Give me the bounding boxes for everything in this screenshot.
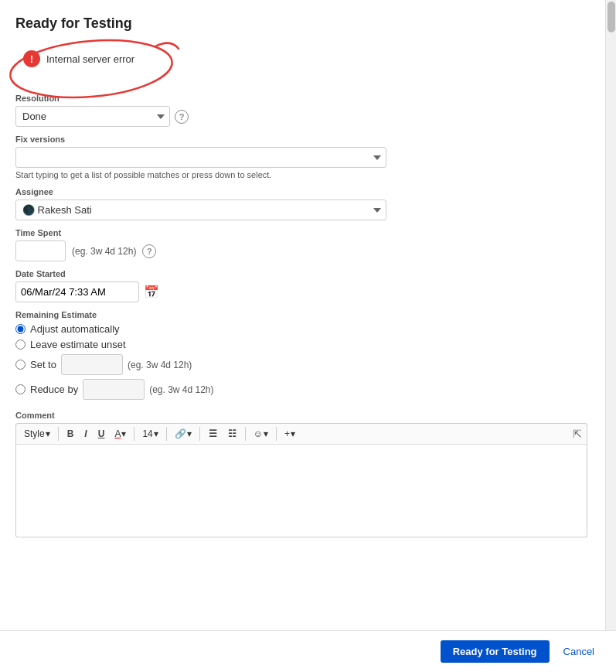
leave-unset-label[interactable]: Leave estimate unset	[30, 339, 126, 350]
adjust-auto-label[interactable]: Adjust automatically	[30, 323, 120, 335]
footer-spacer	[15, 537, 587, 584]
fix-versions-label: Fix versions	[15, 135, 587, 144]
font-size-dropdown[interactable]: 14 ▾	[139, 427, 161, 441]
error-banner-wrapper: ! Internal server error	[15, 46, 142, 72]
remaining-estimate-group: Remaining Estimate Adjust automatically …	[15, 310, 587, 400]
set-to-label[interactable]: Set to	[30, 359, 56, 370]
font-size-label: 14	[142, 428, 152, 439]
date-started-label: Date Started	[15, 269, 587, 278]
link-icon: 🔗	[175, 428, 186, 439]
link-dropdown[interactable]: 🔗 ▾	[172, 427, 195, 441]
time-spent-input[interactable]	[15, 240, 66, 261]
reduce-by-label[interactable]: Reduce by	[30, 384, 78, 395]
emoji-chevron-icon: ▾	[264, 428, 268, 439]
assignee-wrapper: 🌑 Rakesh Sati	[15, 200, 386, 220]
set-to-hint: (eg. 3w 4d 12h)	[128, 360, 192, 370]
error-text: Internal server error	[46, 53, 134, 65]
more-dropdown[interactable]: + ▾	[281, 427, 298, 441]
fix-versions-hint: Start typing to get a list of possible m…	[15, 170, 587, 179]
cancel-button[interactable]: Cancel	[557, 640, 601, 663]
toolbar-sep-5	[245, 427, 246, 441]
resolution-help-icon[interactable]: ?	[175, 110, 189, 124]
emoji-dropdown[interactable]: ☺ ▾	[250, 427, 271, 441]
fix-versions-select[interactable]	[15, 147, 386, 168]
font-color-chevron-icon: ▾	[121, 428, 126, 439]
error-banner: ! Internal server error	[15, 46, 142, 72]
adjust-auto-radio[interactable]	[15, 324, 26, 334]
leave-unset-radio[interactable]	[15, 339, 26, 350]
error-icon: !	[23, 50, 40, 67]
toolbar-expand-button[interactable]: ⇱	[573, 428, 582, 440]
toolbar-sep-1	[58, 427, 59, 441]
style-label: Style	[24, 428, 45, 439]
time-spent-help-icon[interactable]: ?	[142, 244, 156, 258]
font-size-chevron-icon: ▾	[154, 428, 158, 439]
toolbar-sep-2	[134, 427, 134, 441]
comment-toolbar: Style ▾ B I U A ▾ 14 ▾ 🔗 ▾	[15, 423, 587, 445]
style-dropdown[interactable]: Style ▾	[21, 427, 53, 441]
resolution-select[interactable]: Done Won't Fix Duplicate	[15, 106, 170, 127]
remaining-estimate-label: Remaining Estimate	[15, 310, 587, 319]
leave-unset-row: Leave estimate unset	[15, 339, 587, 350]
more-chevron-icon: ▾	[291, 428, 295, 439]
footer: Ready for Testing Cancel	[0, 630, 616, 672]
adjust-auto-row: Adjust automatically	[15, 323, 587, 335]
more-icon: +	[284, 428, 290, 439]
toolbar-sep-4	[199, 427, 200, 441]
time-spent-row: (eg. 3w 4d 12h) ?	[15, 240, 587, 261]
comment-label: Comment	[15, 411, 587, 420]
font-color-label: A	[114, 428, 121, 439]
font-color-dropdown[interactable]: A ▾	[111, 427, 129, 441]
page-container: Ready for Testing ! Internal server erro…	[0, 0, 603, 599]
toolbar-sep-6	[276, 427, 277, 441]
resolution-label: Resolution	[15, 94, 587, 103]
toolbar-sep-3	[166, 427, 167, 441]
time-spent-hint: (eg. 3w 4d 12h)	[72, 246, 136, 257]
comment-section: Comment Style ▾ B I U A ▾ 14 ▾	[15, 411, 587, 537]
reduce-by-hint: (eg. 3w 4d 12h)	[149, 384, 213, 395]
reduce-by-radio[interactable]	[15, 384, 26, 394]
numbered-list-button[interactable]: ☷	[224, 427, 240, 441]
reduce-by-row: Reduce by (eg. 3w 4d 12h)	[15, 379, 587, 400]
bold-button[interactable]: B	[63, 427, 78, 441]
comment-body[interactable]	[15, 445, 587, 537]
set-to-radio[interactable]	[15, 360, 26, 370]
reduce-by-input[interactable]	[83, 379, 145, 400]
page-title: Ready for Testing	[15, 15, 587, 32]
submit-button[interactable]: Ready for Testing	[441, 640, 550, 663]
emoji-icon: ☺	[254, 428, 263, 439]
date-started-input[interactable]	[15, 281, 139, 302]
italic-button[interactable]: I	[80, 427, 90, 441]
bullet-list-button[interactable]: ☰	[205, 427, 221, 441]
link-chevron-icon: ▾	[187, 428, 192, 439]
fix-versions-wrapper	[15, 147, 587, 168]
set-to-row: Set to (eg. 3w 4d 12h)	[15, 354, 587, 375]
date-started-row: 📅	[15, 281, 587, 302]
assignee-label: Assignee	[15, 187, 587, 196]
style-chevron-icon: ▾	[46, 428, 50, 439]
underline-button[interactable]: U	[94, 427, 109, 441]
set-to-input[interactable]	[61, 354, 123, 375]
assignee-select[interactable]: 🌑 Rakesh Sati	[15, 200, 386, 220]
time-spent-label: Time Spent	[15, 228, 587, 237]
scrollbar[interactable]	[605, 0, 616, 672]
resolution-wrapper: Done Won't Fix Duplicate ?	[15, 106, 189, 127]
calendar-icon[interactable]: 📅	[144, 285, 159, 299]
scrollbar-thumb-top[interactable]	[607, 2, 615, 32]
